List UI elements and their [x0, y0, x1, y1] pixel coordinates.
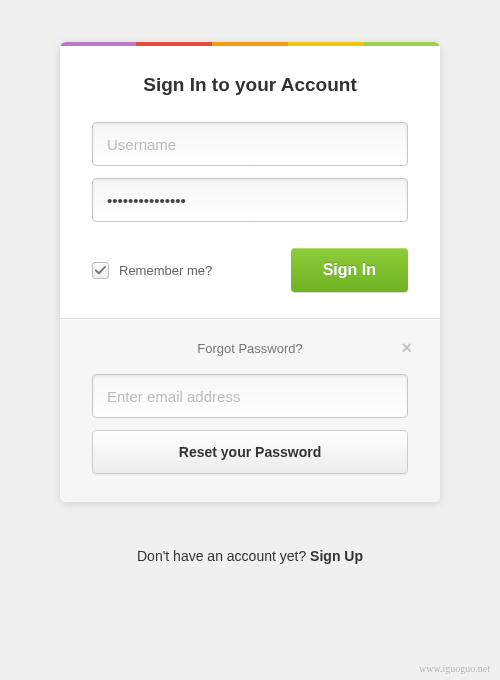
signup-text: Don't have an account yet?: [137, 548, 310, 564]
signin-section: Sign In to your Account Remember me? Sig…: [60, 46, 440, 318]
signin-row: Remember me? Sign In: [92, 248, 408, 292]
password-input[interactable]: [92, 178, 408, 222]
rainbow-accent: [60, 42, 440, 46]
remember-me[interactable]: Remember me?: [92, 262, 212, 279]
signin-button[interactable]: Sign In: [291, 248, 408, 292]
forgot-header: Forgot Password? ×: [92, 341, 408, 356]
check-icon: [95, 265, 106, 276]
signin-card: Sign In to your Account Remember me? Sig…: [60, 42, 440, 502]
reset-password-button[interactable]: Reset your Password: [92, 430, 408, 474]
close-icon[interactable]: ×: [401, 339, 412, 357]
forgot-heading: Forgot Password?: [197, 341, 303, 356]
remember-checkbox[interactable]: [92, 262, 109, 279]
forgot-section: Forgot Password? × Reset your Password: [60, 318, 440, 502]
remember-label: Remember me?: [119, 263, 212, 278]
forgot-email-input[interactable]: [92, 374, 408, 418]
watermark: www.iguoguo.net: [419, 663, 490, 674]
page-title: Sign In to your Account: [92, 74, 408, 96]
username-input[interactable]: [92, 122, 408, 166]
signup-prompt: Don't have an account yet? Sign Up: [0, 548, 500, 564]
signup-link[interactable]: Sign Up: [310, 548, 363, 564]
